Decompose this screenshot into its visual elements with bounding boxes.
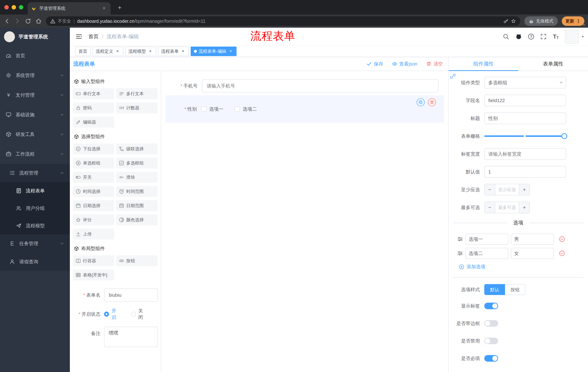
browser-tab[interactable]: 芋道管理系统 ×	[28, 2, 111, 15]
tag-process-definition[interactable]: 流程定义×	[92, 47, 123, 56]
tag-process-form[interactable]: 流程表单×	[158, 47, 189, 56]
component-type-select[interactable]: 多选框组	[484, 77, 566, 88]
radio-status-on[interactable]: 开启	[104, 308, 120, 320]
radio-status-off[interactable]: 关闭	[131, 308, 147, 320]
palette-item-upload[interactable]: 上传	[73, 229, 114, 240]
style-button-button[interactable]: 按钮	[505, 284, 525, 295]
sidebar-item-payment[interactable]: ¥ 支付管理	[0, 85, 70, 105]
maximize-window-button[interactable]	[19, 5, 23, 10]
sidebar-item-home[interactable]: 首页	[0, 46, 70, 65]
option-value-input[interactable]	[511, 248, 554, 259]
option-label-input[interactable]	[465, 234, 508, 244]
sidebar-item-task-mgmt[interactable]: 任务管理	[0, 234, 70, 253]
help-icon[interactable]: ?	[528, 34, 534, 40]
search-icon[interactable]	[503, 33, 509, 40]
label-width-input[interactable]	[484, 148, 566, 160]
stepper-increase-button[interactable]: +	[519, 202, 529, 213]
gender-option-2[interactable]: 选项二	[235, 106, 257, 112]
palette-item-cascader[interactable]: 级联选择	[116, 143, 158, 154]
stepper-value[interactable]: 至少应选	[495, 184, 519, 195]
minimize-window-button[interactable]	[12, 5, 16, 10]
palette-item-button[interactable]: 按钮	[116, 255, 158, 266]
sidebar-item-process-form[interactable]: 流程表单	[0, 182, 70, 200]
palette-item-time-picker[interactable]: 时间选择	[73, 186, 114, 197]
tag-home[interactable]: 首页	[75, 47, 91, 56]
palette-item-select[interactable]: 下拉选择	[73, 143, 114, 154]
style-default-button[interactable]: 默认	[484, 284, 505, 295]
disabled-toggle[interactable]	[484, 338, 498, 344]
tab-close-icon[interactable]: ×	[101, 5, 107, 11]
palette-item-color-picker[interactable]: 颜色选择	[116, 214, 158, 225]
breadcrumb-home[interactable]: 首页	[88, 33, 99, 40]
palette-item-checkbox-group[interactable]: 多选框组	[116, 158, 158, 169]
hamburger-icon[interactable]	[75, 33, 83, 40]
sidebar-item-devtools[interactable]: 研发工具	[0, 125, 70, 144]
form-remark-textarea[interactable]: 嘿嘿	[104, 327, 158, 347]
view-json-button[interactable]: 查看json	[392, 61, 417, 67]
drag-handle-icon[interactable]	[457, 236, 463, 242]
palette-item-password[interactable]: 密码	[73, 102, 114, 113]
gender-option-1[interactable]: 选项一	[201, 106, 223, 112]
palette-item-date-picker[interactable]: 日期选择	[73, 200, 114, 211]
option-label-input[interactable]	[465, 248, 508, 259]
tag-close-icon[interactable]: ×	[228, 49, 233, 54]
grid-slider[interactable]	[484, 130, 566, 142]
browser-update-button[interactable]: 更新 ⋮	[562, 16, 584, 26]
palette-item-row-container[interactable]: 行容器	[73, 255, 114, 266]
reload-icon[interactable]	[25, 18, 31, 24]
field-name-input[interactable]	[484, 95, 566, 106]
stepper-increase-button[interactable]: +	[519, 184, 529, 195]
fullscreen-icon[interactable]	[540, 33, 547, 40]
browser-menu-icon[interactable]: ⋮	[576, 18, 581, 24]
tag-process-model[interactable]: 流程模型×	[125, 47, 156, 56]
palette-item-rate[interactable]: 评分	[73, 214, 114, 225]
avatar-caret-icon[interactable]: ▾	[582, 35, 584, 39]
stepper-decrease-button[interactable]: −	[485, 184, 495, 195]
github-icon[interactable]	[515, 33, 522, 40]
palette-item-switch[interactable]: 开关	[73, 172, 114, 183]
checkbox-box[interactable]	[235, 106, 240, 112]
palette-item-multi-line-text[interactable]: 多行文本	[116, 88, 158, 99]
add-option-button[interactable]: 添加选项	[459, 264, 588, 270]
clear-button[interactable]: 清空	[426, 61, 443, 67]
back-icon[interactable]	[4, 18, 10, 24]
title-input[interactable]	[484, 112, 566, 124]
tag-close-icon[interactable]: ×	[148, 49, 153, 54]
required-toggle[interactable]	[484, 355, 498, 362]
sidebar-item-infrastructure[interactable]: 基础设施	[0, 105, 70, 125]
phone-field-input[interactable]	[202, 79, 439, 93]
palette-item-single-line-text[interactable]: 单行文本	[73, 88, 114, 99]
tab-form-props[interactable]: 表单属性	[518, 57, 588, 71]
default-value-input[interactable]	[484, 166, 566, 178]
delete-component-button[interactable]	[428, 98, 436, 106]
palette-item-radio-group[interactable]: 单选框组	[73, 158, 114, 169]
font-size-icon[interactable]: TT	[553, 34, 559, 40]
stepper-decrease-button[interactable]: −	[485, 202, 495, 213]
sidebar-item-leave-query[interactable]: 请假查询	[0, 253, 70, 271]
tab-component-props[interactable]: 组件属性	[449, 57, 518, 71]
save-button[interactable]: 保存	[367, 61, 383, 67]
option-value-input[interactable]	[511, 234, 554, 244]
remove-option-icon[interactable]	[559, 236, 565, 242]
show-label-toggle[interactable]	[484, 303, 498, 309]
sidebar-item-process-model[interactable]: 流程模型	[0, 217, 70, 234]
forward-icon[interactable]	[14, 18, 21, 24]
palette-item-time-range[interactable]: 时间范围	[116, 186, 158, 197]
phone-field-row[interactable]: 手机号	[161, 79, 439, 93]
bookmark-star-icon[interactable]	[511, 19, 516, 24]
form-canvas[interactable]: 手机号 性别 选项一 选项二	[161, 71, 448, 372]
palette-item-counter[interactable]: 123计数器	[116, 102, 158, 113]
password-key-icon[interactable]	[503, 19, 508, 24]
form-name-input[interactable]	[104, 288, 158, 302]
sidebar-item-system[interactable]: 系统管理	[0, 65, 70, 85]
checkbox-box[interactable]	[201, 106, 206, 112]
stepper-value[interactable]: 最多可选	[495, 202, 519, 213]
tag-process-form-edit[interactable]: 流程表单-编辑×	[191, 47, 237, 56]
user-avatar[interactable]	[565, 30, 579, 43]
sidebar-item-user-group[interactable]: 用户分组	[0, 200, 70, 217]
palette-item-editor[interactable]: 编辑器	[73, 117, 114, 128]
palette-item-slider[interactable]: 滑块	[116, 172, 158, 183]
slider-handle[interactable]	[561, 133, 567, 139]
border-toggle[interactable]	[484, 320, 498, 327]
close-window-button[interactable]	[4, 5, 9, 10]
